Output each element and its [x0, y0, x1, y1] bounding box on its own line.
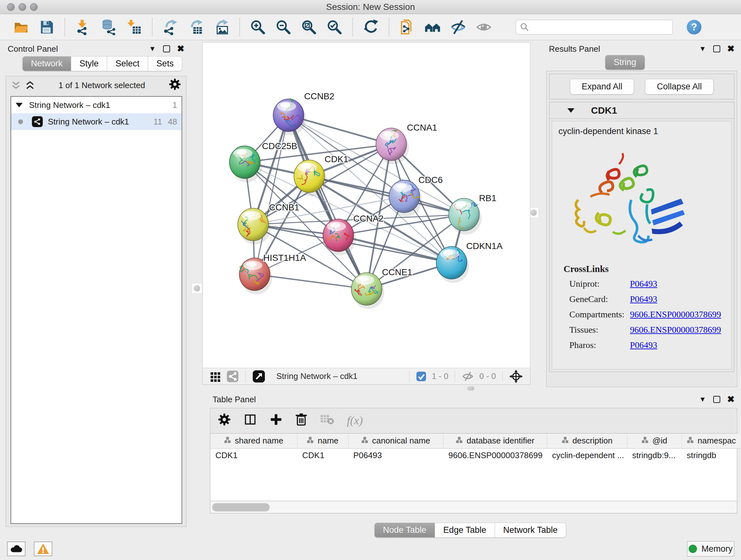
close-panel-icon[interactable]: ✖	[177, 44, 185, 53]
delete-column-icon[interactable]	[295, 413, 307, 428]
hide-selected-icon[interactable]	[450, 18, 467, 36]
tab-edge-table[interactable]: Edge Table	[435, 523, 495, 538]
window-titlebar[interactable]: Session: New Session	[0, 0, 741, 14]
collection-expand-icon[interactable]	[16, 103, 23, 107]
share-document-icon[interactable]	[399, 18, 416, 36]
table-horizontal-scrollbar[interactable]	[210, 502, 737, 513]
tab-string[interactable]: String	[605, 55, 645, 70]
zoom-in-icon[interactable]	[249, 18, 266, 36]
node-table[interactable]: shared namenamecanonical namedatabase id…	[210, 433, 737, 501]
share-view-icon[interactable]	[226, 370, 239, 382]
refresh-view-icon[interactable]	[362, 18, 380, 36]
table-cell[interactable]: CDK1	[297, 448, 348, 462]
tab-node-table[interactable]: Node Table	[374, 523, 435, 538]
network-row-selected[interactable]: String Network – cdk1 11 48	[11, 113, 182, 130]
help-button[interactable]: ?	[687, 20, 701, 35]
column-header-canonical-name[interactable]: canonical name	[348, 434, 443, 448]
open-file-icon[interactable]	[12, 18, 30, 36]
table-cell[interactable]: P06493	[348, 448, 443, 462]
detach-view-icon[interactable]	[253, 370, 265, 383]
close-window-button[interactable]	[7, 3, 15, 11]
export-table-icon[interactable]	[187, 18, 205, 36]
crosslink-link[interactable]: P06493	[630, 294, 657, 304]
column-header-name[interactable]: name	[297, 434, 348, 448]
show-all-icon[interactable]	[475, 18, 492, 36]
zoom-selected-icon[interactable]	[326, 18, 343, 36]
table-cell[interactable]: CDK1	[210, 448, 297, 462]
table-cell[interactable]: stringdb:9...	[627, 448, 682, 462]
selected-checkbox-icon[interactable]	[416, 371, 426, 381]
expand-all-icon[interactable]	[25, 80, 35, 90]
tab-sets[interactable]: Sets	[148, 56, 182, 71]
left-splitter-handle[interactable]	[192, 283, 202, 294]
export-image-icon[interactable]	[213, 18, 230, 36]
fit-content-crosshair-icon[interactable]	[509, 370, 523, 383]
tab-network[interactable]: Network	[22, 56, 71, 71]
column-header-shared-name[interactable]: shared name	[210, 434, 297, 448]
network-node-CDKN1A[interactable]	[436, 246, 469, 283]
network-node-CCNA1[interactable]	[376, 128, 409, 165]
table-row[interactable]: CDK1CDK1P064939606.ENSP00000378699cyclin…	[210, 448, 741, 462]
scrollbar-thumb[interactable]	[212, 503, 270, 511]
show-columns-icon[interactable]	[244, 413, 257, 428]
grid-view-icon[interactable]	[210, 371, 221, 382]
network-node-HIST1H1A[interactable]	[239, 258, 272, 294]
first-neighbors-icon[interactable]	[424, 18, 441, 36]
import-table-icon[interactable]	[125, 18, 143, 36]
table-cell[interactable]: cyclin-dependent ...	[547, 448, 627, 462]
float-panel-icon[interactable]	[713, 45, 720, 52]
search-input[interactable]	[529, 22, 669, 32]
tab-style[interactable]: Style	[71, 56, 107, 71]
network-edge[interactable]	[255, 115, 288, 274]
create-column-icon[interactable]	[270, 413, 282, 428]
save-session-icon[interactable]	[38, 18, 55, 36]
network-node-CCNA2[interactable]	[323, 219, 356, 255]
import-network-icon[interactable]	[74, 18, 91, 36]
table-cell[interactable]: 9606.ENSP00000378699	[443, 448, 547, 462]
network-node-CCNB2[interactable]	[273, 99, 306, 135]
crosslink-link[interactable]: P06493	[630, 340, 657, 350]
export-network-icon[interactable]	[162, 18, 179, 36]
network-node-CDC25B[interactable]	[229, 146, 262, 182]
network-node-CDK1[interactable]	[294, 160, 327, 196]
network-options-gear-icon[interactable]	[169, 78, 181, 92]
cloud-status-button[interactable]	[7, 542, 25, 556]
tab-network-table[interactable]: Network Table	[495, 523, 566, 538]
minimize-window-button[interactable]	[18, 3, 26, 11]
table-cell[interactable]: stringdb	[682, 448, 741, 462]
panel-menu-icon[interactable]: ▼	[699, 396, 706, 403]
network-collection-row[interactable]: String Network – cdk1 1	[11, 97, 182, 113]
function-builder-icon[interactable]: f(x)	[347, 414, 363, 427]
float-panel-icon[interactable]	[713, 396, 720, 403]
network-node-CCNE1[interactable]	[351, 273, 384, 309]
close-panel-icon[interactable]: ✖	[727, 395, 735, 404]
column-header-description[interactable]: description	[547, 434, 627, 448]
network-canvas[interactable]: CCNB2CCNA1CDC25BCDK1CDC6RB1CCNB1CCNA2CDK…	[202, 42, 530, 385]
crosslink-link[interactable]: 9606.ENSP00000378699	[630, 325, 721, 334]
network-graph[interactable]: CCNB2CCNA1CDC25BCDK1CDC6RB1CCNB1CCNA2CDK…	[203, 43, 530, 368]
column-header-database-identifier[interactable]: database identifier	[443, 434, 547, 448]
crosslink-link[interactable]: P06493	[630, 279, 657, 289]
search-box[interactable]	[516, 20, 673, 35]
zoom-window-button[interactable]	[30, 3, 38, 11]
crosslink-link[interactable]: 9606.ENSP00000378699	[630, 309, 721, 319]
zoom-fit-icon[interactable]	[300, 18, 318, 36]
column-header-namespac[interactable]: namespac	[682, 434, 741, 448]
result-entry-header[interactable]: CDK1	[549, 102, 734, 119]
zoom-out-icon[interactable]	[275, 18, 292, 36]
warnings-button[interactable]	[34, 542, 52, 556]
collapse-all-icon[interactable]	[11, 80, 21, 90]
horizontal-splitter-handle[interactable]	[464, 386, 478, 391]
entry-collapse-icon[interactable]	[567, 108, 575, 113]
float-panel-icon[interactable]	[163, 45, 170, 52]
import-database-icon[interactable]	[100, 18, 117, 36]
network-node-RB1[interactable]	[449, 198, 482, 235]
table-options-gear-icon[interactable]	[218, 413, 231, 428]
memory-button[interactable]: Memory	[687, 541, 734, 557]
collapse-all-button[interactable]: Collapse All	[645, 79, 714, 95]
panel-menu-icon[interactable]: ▼	[699, 45, 706, 52]
tab-select[interactable]: Select	[107, 56, 148, 71]
expand-all-button[interactable]: Expand All	[570, 79, 634, 95]
close-panel-icon[interactable]: ✖	[727, 44, 735, 53]
panel-menu-icon[interactable]: ▼	[149, 45, 156, 52]
